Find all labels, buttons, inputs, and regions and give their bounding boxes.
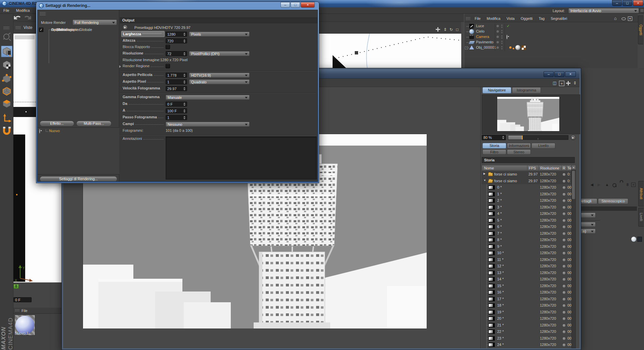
attr-add-icon[interactable]: + — [631, 183, 636, 187]
history-frame-row[interactable]: 7 * 1280x720 00 — [482, 230, 571, 237]
history-frame-row[interactable]: 0 * 1280x720 00 — [482, 184, 571, 191]
aspetto-pellicola-dropdown[interactable]: HDTV(16:9) — [189, 73, 250, 78]
gamma-dropdown[interactable]: Manuale — [166, 95, 250, 100]
pv-minimize-button[interactable]: – — [544, 71, 554, 77]
object-row[interactable]: Cielo — [465, 29, 633, 34]
viewport-rotate-icon[interactable]: ↻ — [448, 27, 454, 32]
dialog-close-button[interactable]: × — [301, 2, 315, 8]
oggetti-vertical-tab[interactable]: Oggetti — [638, 15, 643, 44]
object-name[interactable]: Cielo — [476, 29, 484, 33]
attributi-vertical-tab[interactable]: Attributi — [638, 181, 644, 206]
aspetto-pellicola-input[interactable]: 1.778 — [166, 73, 187, 78]
om-menu-item[interactable]: File — [472, 16, 484, 21]
nav-sphere-icon[interactable] — [631, 237, 636, 242]
object-name[interactable]: Camera — [476, 35, 489, 39]
render-engine-dropdown[interactable]: Full Rendering — [73, 20, 117, 25]
render-regione-checkbox[interactable] — [166, 64, 170, 68]
current-frame-field[interactable]: 0 F — [13, 297, 32, 302]
col-risoluzione[interactable]: Risoluzione — [540, 166, 559, 170]
velocita-input[interactable]: 29.97 — [166, 86, 187, 91]
history-frame-row[interactable]: 17 * 1280x720 00 — [482, 296, 571, 303]
preset-name[interactable]: Nuovo — [49, 129, 60, 133]
pv-move-icon[interactable] — [566, 81, 571, 86]
viewport-maximize-icon[interactable]: □ — [455, 27, 460, 32]
info-tab[interactable]: Storia — [482, 143, 506, 149]
visibility-dot-render-a[interactable] — [501, 25, 503, 26]
visibility-dot-render-b[interactable] — [501, 43, 503, 44]
risoluzione-input[interactable]: 72 — [166, 51, 187, 56]
render-settings-dialog[interactable]: Settaggi di Rendering... – □ × Motore Re… — [36, 2, 319, 183]
snap-magnet-tool-icon[interactable] — [1, 125, 12, 136]
history-scrollbar[interactable] — [571, 170, 576, 348]
main-close-button[interactable]: × — [633, 0, 643, 6]
om-menu-item[interactable]: Oggetti — [518, 16, 535, 21]
history-frame-row[interactable]: 15 * 1280x720 00 — [482, 283, 571, 289]
col-fps[interactable]: FPS — [529, 166, 536, 170]
history-frame-row[interactable]: 3 * 1280x720 00 — [482, 204, 571, 211]
visibility-dot-render-a[interactable] — [501, 41, 503, 42]
axis-tool-icon[interactable] — [1, 113, 12, 124]
info-tab[interactable]: Livello — [531, 143, 555, 149]
visibility-dot-editor[interactable] — [497, 36, 499, 38]
pv-updown-icon[interactable]: ⇕ — [572, 80, 577, 86]
effect-button[interactable]: Effetto... — [40, 121, 74, 126]
history-frame-row[interactable]: 21 * 1280x720 00 — [482, 322, 571, 329]
object-row[interactable]: + Obj_000001 — [465, 45, 633, 50]
history-frame-row[interactable]: 20 * 1280x720 00 — [482, 315, 571, 322]
history-frame-row[interactable]: 24 * 1280x720 00 — [482, 342, 571, 348]
history-frame-row[interactable]: 14 * 1280x720 00 — [482, 276, 571, 283]
filter-tab[interactable]: Filtro — [482, 149, 506, 155]
dialog-titlebar[interactable]: Settaggi di Rendering... – □ × — [37, 2, 318, 10]
viste-grip[interactable] — [15, 26, 21, 29]
om-add-icon[interactable]: + — [628, 16, 632, 21]
timeline-frame-badge[interactable]: 0 — [13, 284, 19, 289]
active-preset-icon[interactable] — [39, 129, 40, 133]
history-folder-row[interactable]: ▼ forse ci siamo 29.97 1280x720 0: — [482, 178, 571, 185]
preset-menu-button[interactable]: ▶ — [123, 25, 128, 30]
object-name[interactable]: Obj_000001 — [476, 45, 496, 49]
history-scroll-thumb[interactable] — [572, 171, 575, 199]
om-eye-icon[interactable] — [621, 17, 626, 20]
blocca-rapporto-checkbox[interactable] — [166, 45, 170, 49]
object-row[interactable]: Pavimento — [465, 40, 633, 45]
om-menu-item[interactable]: Tag — [535, 16, 548, 21]
render-view-button[interactable] — [1, 46, 12, 57]
preset-label[interactable]: Presettaggi HDV/HDTV 720 29.97 — [134, 26, 190, 30]
viewport-zoom-icon[interactable]: ⇕ — [442, 27, 448, 32]
col-r[interactable]: R — [563, 166, 565, 170]
history-frame-row[interactable]: 13 * 1280x720 00 — [482, 270, 571, 276]
object-name[interactable]: Pavimento — [476, 40, 493, 44]
object-row[interactable]: Luce ✓ — [465, 24, 633, 29]
menu-item[interactable]: Modifica — [13, 8, 33, 12]
history-table-header[interactable]: Nome FPS Risoluzione R Te — [482, 165, 571, 171]
tab-stereoscopico[interactable]: Stereoscopico — [598, 198, 628, 204]
nav-tab[interactable]: Navigatore — [482, 87, 511, 93]
history-frame-row[interactable]: 2 * 1280x720 00 — [482, 197, 571, 204]
main-restore-button[interactable]: □ — [622, 0, 632, 6]
visibility-dot-editor[interactable] — [497, 30, 499, 33]
dialog-grip[interactable] — [40, 12, 46, 16]
zoom-menu-button[interactable]: ▶ — [570, 135, 576, 140]
viewport-menu-stub[interactable] — [14, 35, 35, 39]
object-name[interactable]: Luce — [476, 24, 484, 28]
attr-forward-icon[interactable]: ▶ — [596, 182, 602, 187]
visibility-dot-editor[interactable] — [497, 41, 499, 43]
attr-back-icon[interactable]: ◀ — [589, 182, 595, 187]
visibility-dot-render-a[interactable] — [501, 46, 503, 47]
history-folder-row[interactable]: ▶ forse ci siamo 29.97 1280x720 0: — [482, 171, 571, 178]
campi-dropdown[interactable]: Nessuno — [166, 122, 250, 127]
history-frame-row[interactable]: 23 * 1280x720 00 — [482, 335, 571, 342]
dialog-minimize-button[interactable]: – — [281, 2, 290, 8]
layout-dropdown[interactable]: Interfaccia di Avvio — [568, 8, 639, 13]
zoom-slider[interactable] — [508, 135, 568, 140]
history-scroll-up[interactable]: ▲ — [571, 165, 576, 169]
history-frame-row[interactable]: 8 * 1280x720 00 — [482, 237, 571, 243]
history-frame-row[interactable]: 12 * 1280x720 00 — [482, 263, 571, 270]
risoluzione-unit-dropdown[interactable]: Pixel/Pollici (DPI) — [189, 51, 250, 56]
section-checkbox[interactable]: ✓ — [39, 28, 43, 32]
camera-target-icon[interactable] — [507, 35, 507, 39]
a-input[interactable]: 100 F — [166, 108, 187, 113]
altezza-input[interactable]: 720 — [166, 38, 187, 43]
history-frame-row[interactable]: 4 * 1280x720 00 — [482, 210, 571, 217]
om-menu-item[interactable]: Segnalibri — [548, 16, 570, 21]
